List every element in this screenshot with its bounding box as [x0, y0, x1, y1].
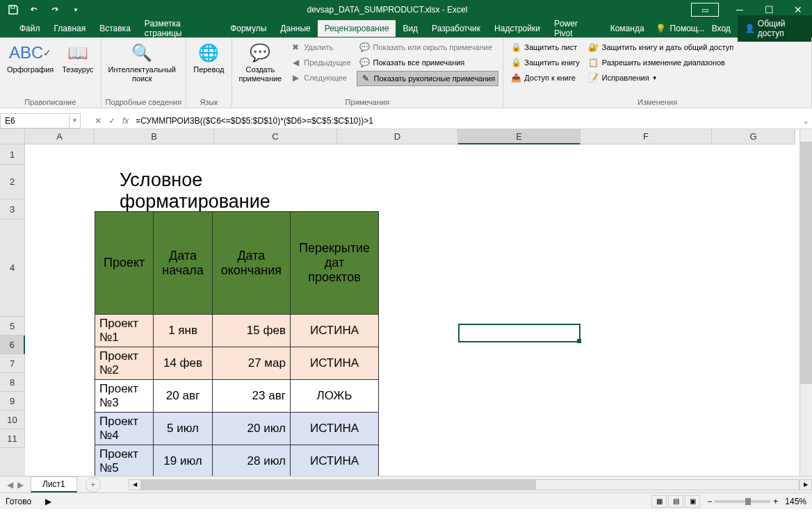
tab-home[interactable]: Главная	[47, 20, 93, 37]
row-header-1[interactable]: 1	[0, 144, 25, 165]
row-header-7[interactable]: 7	[0, 354, 25, 373]
thesaurus-button[interactable]: 📖 Тезаурус	[59, 40, 96, 76]
show-hide-comment-button[interactable]: 💬Показать или скрыть примечание	[357, 40, 499, 54]
tab-developer[interactable]: Разработчик	[425, 20, 487, 37]
cell[interactable]: Проект №2	[95, 347, 154, 380]
column-header-D[interactable]: D	[337, 129, 458, 144]
table-row[interactable]: Проект №519 июл28 июлИСТИНА	[95, 445, 379, 476]
cell[interactable]: Проект №1	[95, 315, 154, 347]
tab-insert[interactable]: Вставка	[92, 20, 138, 37]
spelling-button[interactable]: ABC✓ Орфография	[4, 40, 56, 76]
tab-view[interactable]: Вид	[396, 20, 425, 37]
login-button[interactable]: Вход	[705, 24, 738, 33]
tab-formulas[interactable]: Формулы	[223, 20, 273, 37]
cell[interactable]: 23 авг	[212, 380, 290, 413]
cell[interactable]: 27 мар	[212, 347, 290, 380]
cell[interactable]: ЛОЖЬ	[290, 380, 378, 413]
column-header-F[interactable]: F	[580, 129, 712, 144]
table-row[interactable]: Проект №45 июл20 июлИСТИНА	[95, 413, 379, 445]
zoom-out-button[interactable]: −	[707, 497, 712, 506]
name-box-dropdown[interactable]: ▼	[70, 113, 81, 128]
new-comment-button[interactable]: 💬 Создать примечание	[236, 40, 285, 85]
cell[interactable]: ИСТИНА	[290, 445, 378, 476]
formula-input[interactable]: =СУММПРОИЗВ(($C6<=$D$5:$D$10)*($D6>=$C$5…	[129, 116, 799, 126]
delete-comment-button[interactable]: ✖Удалить	[287, 40, 353, 54]
horizontal-scrollbar[interactable]: ◀ ▶	[129, 479, 812, 490]
zoom-in-button[interactable]: +	[773, 497, 778, 506]
row-header-10[interactable]: 10	[0, 411, 25, 429]
tab-review[interactable]: Рецензирование	[318, 20, 396, 37]
ribbon-display-icon[interactable]: ▭	[691, 3, 719, 17]
cell[interactable]: 20 авг	[154, 380, 212, 413]
column-header-G[interactable]: G	[712, 129, 795, 144]
table-row[interactable]: Проект №320 авг23 авгЛОЖЬ	[95, 380, 379, 413]
protect-sheet-button[interactable]: 🔒Защитить лист	[508, 40, 583, 54]
tab-file[interactable]: Файл	[13, 20, 47, 37]
view-normal-button[interactable]: ▦	[651, 495, 667, 508]
confirm-formula-icon[interactable]: ✓	[108, 116, 115, 126]
show-all-comments-button[interactable]: 💬Показать все примечания	[357, 56, 499, 69]
cell[interactable]: 5 июл	[154, 413, 212, 445]
vertical-scrollbar[interactable]	[799, 129, 812, 476]
row-header-4[interactable]: 4	[0, 219, 25, 317]
qat-dropdown-icon[interactable]: ▼	[68, 2, 83, 17]
tab-prev-icon[interactable]: ◀	[7, 480, 13, 490]
cell[interactable]: Проект №5	[95, 445, 154, 476]
column-header-B[interactable]: B	[95, 129, 214, 144]
column-header-C[interactable]: C	[214, 129, 337, 144]
row-header-3[interactable]: 3	[0, 199, 25, 219]
smart-lookup-button[interactable]: 🔍 Интеллектуальный поиск	[106, 40, 179, 85]
cell[interactable]: 14 фев	[154, 347, 212, 380]
tab-next-icon[interactable]: ▶	[17, 480, 24, 490]
expand-formula-icon[interactable]: ⌄	[799, 116, 812, 126]
help-label[interactable]: Помощ...	[670, 24, 705, 33]
column-header-A[interactable]: A	[25, 129, 95, 144]
view-break-button[interactable]: ▣	[685, 495, 700, 508]
tab-data[interactable]: Данные	[273, 20, 317, 37]
cell[interactable]: 15 фев	[212, 315, 290, 347]
cell[interactable]: 20 июл	[212, 413, 290, 445]
next-comment-button[interactable]: ▶Следующее	[287, 71, 353, 85]
redo-icon[interactable]	[47, 2, 63, 17]
cell[interactable]: 1 янв	[154, 315, 212, 347]
zoom-level[interactable]: 145%	[785, 497, 806, 506]
save-icon[interactable]	[6, 2, 21, 17]
add-sheet-button[interactable]: +	[86, 477, 101, 492]
share-workbook-button[interactable]: 📤Доступ к книге	[508, 71, 583, 85]
row-header-6[interactable]: 6	[0, 335, 25, 354]
row-header-9[interactable]: 9	[0, 392, 25, 411]
cell[interactable]: ИСТИНА	[290, 347, 378, 380]
cell[interactable]: ИСТИНА	[290, 315, 378, 347]
allow-ranges-button[interactable]: 📋Разрешить изменение диапазонов	[585, 56, 736, 69]
translate-button[interactable]: 🌐 Перевод	[190, 40, 227, 76]
tab-addins[interactable]: Надстройки	[487, 20, 547, 37]
cell[interactable]: Проект №4	[95, 413, 154, 445]
row-header-5[interactable]: 5	[0, 317, 25, 335]
undo-icon[interactable]	[26, 2, 42, 17]
fx-icon[interactable]: fx	[122, 116, 129, 126]
sheet-tab-1[interactable]: Лист1	[31, 476, 77, 492]
help-icon[interactable]: 💡	[651, 24, 670, 33]
row-header-8[interactable]: 8	[0, 373, 25, 392]
table-row[interactable]: Проект №214 фев27 марИСТИНА	[95, 347, 379, 380]
row-header-2[interactable]: 2	[0, 165, 25, 199]
protect-workbook-button[interactable]: 🔒Защитить книгу	[508, 56, 583, 69]
cell[interactable]: 19 июл	[154, 445, 212, 476]
track-changes-button[interactable]: 📝Исправления ▼	[585, 71, 736, 85]
cell[interactable]: 28 июл	[212, 445, 290, 476]
tab-team[interactable]: Команда	[603, 20, 651, 37]
zoom-slider[interactable]: − +	[707, 497, 778, 506]
show-ink-button[interactable]: ✎Показать рукописные примечания	[357, 71, 499, 86]
fill-handle[interactable]	[577, 339, 581, 343]
cell[interactable]: ИСТИНА	[290, 413, 378, 445]
view-layout-button[interactable]: ▤	[668, 495, 683, 508]
cancel-formula-icon[interactable]: ✕	[95, 116, 102, 126]
column-header-E[interactable]: E	[458, 129, 580, 144]
select-all-corner[interactable]	[0, 129, 25, 144]
row-header-11[interactable]: 11	[0, 429, 25, 448]
prev-comment-button[interactable]: ◀Предыдущее	[287, 56, 353, 69]
cell[interactable]: Проект №3	[95, 380, 154, 413]
protect-share-button[interactable]: 🔐Защитить книгу и дать общий доступ	[585, 40, 736, 54]
table-row[interactable]: Проект №11 янв15 февИСТИНА	[95, 315, 379, 347]
name-box[interactable]: E6	[0, 113, 70, 128]
